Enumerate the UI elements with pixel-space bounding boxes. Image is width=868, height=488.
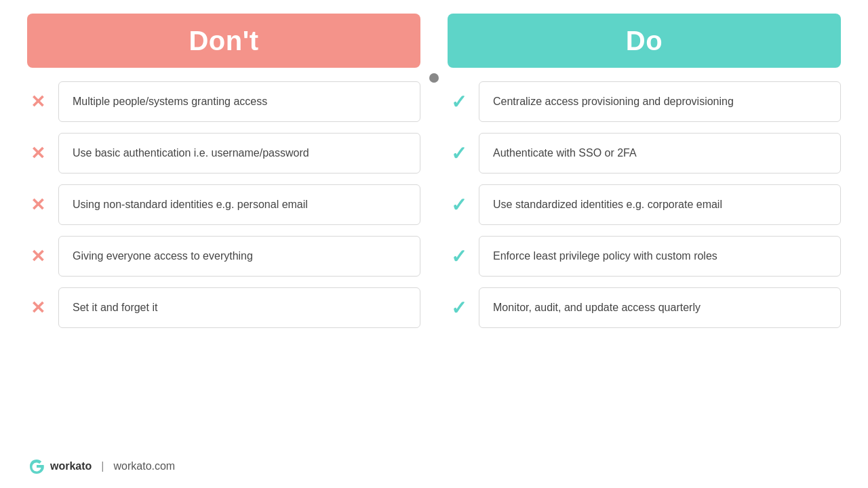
check-mark: ✓ (451, 91, 467, 113)
check-icon: ✓ (448, 142, 469, 164)
do-item-box: Monitor, audit, and update access quarte… (479, 287, 841, 328)
list-item: ✓Use standardized identities e.g. corpor… (448, 184, 841, 225)
list-item: ✓Authenticate with SSO or 2FA (448, 133, 841, 174)
list-item: ✕Giving everyone access to everything (27, 236, 420, 277)
check-mark: ✓ (451, 297, 467, 319)
dont-item-box: Using non-standard identities e.g. perso… (58, 184, 420, 225)
list-item: ✕Use basic authentication i.e. username/… (27, 133, 420, 174)
columns-wrapper: Don't ✕Multiple people/systems granting … (27, 14, 841, 447)
x-icon: ✕ (27, 297, 49, 319)
list-item: ✓Centralize access provisioning and depr… (448, 81, 841, 122)
x-mark: ✕ (31, 195, 45, 216)
main-container: Don't ✕Multiple people/systems granting … (0, 0, 868, 488)
dont-item-box: Multiple people/systems granting access (58, 81, 420, 122)
footer-separator: | (101, 460, 104, 472)
do-column: Do ✓Centralize access provisioning and d… (434, 14, 841, 447)
do-item-box: Authenticate with SSO or 2FA (479, 133, 841, 174)
x-icon: ✕ (27, 245, 49, 267)
check-icon: ✓ (448, 194, 469, 216)
x-icon: ✕ (27, 91, 49, 113)
dont-column: Don't ✕Multiple people/systems granting … (27, 14, 434, 447)
do-item-box: Use standardized identities e.g. corpora… (479, 184, 841, 225)
do-items-list: ✓Centralize access provisioning and depr… (448, 81, 841, 328)
footer: workato | workato.com (27, 457, 175, 476)
list-item: ✕Multiple people/systems granting access (27, 81, 420, 122)
do-item-box: Enforce least privilege policy with cust… (479, 236, 841, 277)
check-mark: ✓ (451, 194, 467, 216)
dont-header: Don't (27, 14, 420, 68)
x-mark: ✕ (31, 246, 45, 267)
check-mark: ✓ (451, 245, 467, 268)
dont-items-list: ✕Multiple people/systems granting access… (27, 81, 420, 328)
list-item: ✓Enforce least privilege policy with cus… (448, 236, 841, 277)
x-icon: ✕ (27, 194, 49, 216)
dont-item-box: Use basic authentication i.e. username/p… (58, 133, 420, 174)
check-mark: ✓ (451, 142, 467, 165)
x-mark: ✕ (31, 143, 45, 164)
workato-icon (27, 457, 46, 476)
x-icon: ✕ (27, 142, 49, 164)
x-mark: ✕ (31, 298, 45, 319)
check-icon: ✓ (448, 297, 469, 319)
check-icon: ✓ (448, 245, 469, 267)
do-header: Do (448, 14, 841, 68)
list-item: ✕Set it and forget it (27, 287, 420, 328)
dont-item-box: Giving everyone access to everything (58, 236, 420, 277)
x-mark: ✕ (31, 92, 45, 113)
list-item: ✕Using non-standard identities e.g. pers… (27, 184, 420, 225)
do-item-box: Centralize access provisioning and depro… (479, 81, 841, 122)
footer-url: workato.com (114, 460, 176, 472)
workato-logo: workato (27, 457, 92, 476)
dont-title: Don't (189, 26, 258, 56)
dont-item-box: Set it and forget it (58, 287, 420, 328)
brand-name: workato (50, 460, 92, 472)
do-title: Do (626, 26, 663, 56)
check-icon: ✓ (448, 91, 469, 113)
list-item: ✓Monitor, audit, and update access quart… (448, 287, 841, 328)
